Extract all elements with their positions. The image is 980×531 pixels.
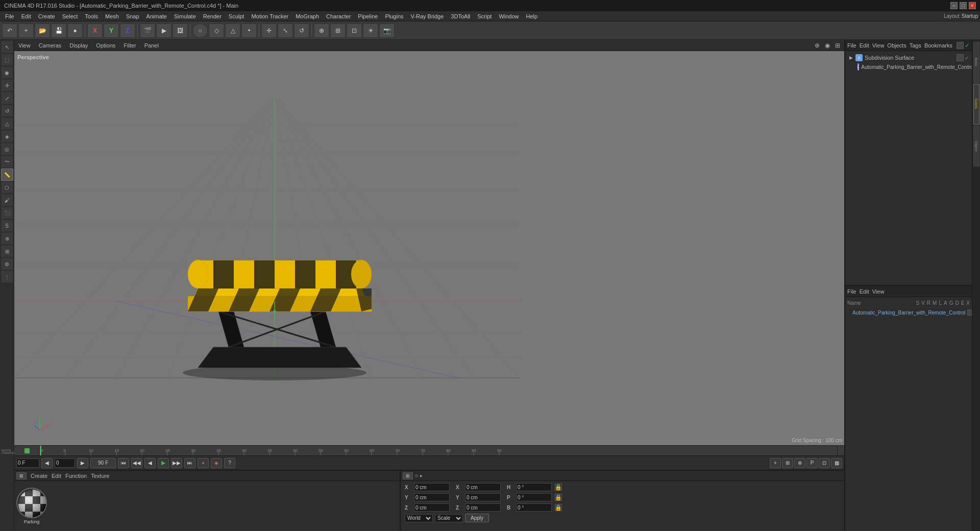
record-btn[interactable]: ● <box>198 458 209 468</box>
vp-icon-maximize[interactable]: ⊞ <box>833 41 842 50</box>
menu-help[interactable]: Help <box>523 12 541 20</box>
obj-menu-file[interactable]: File <box>847 42 856 49</box>
move-tool[interactable]: ✛ <box>261 23 277 38</box>
coord-h[interactable] <box>516 483 552 491</box>
panel-tab-coord[interactable]: Coord. <box>973 84 979 125</box>
lower-menu-edit[interactable]: Edit <box>860 288 869 295</box>
picture-viewer-button[interactable]: 🖼 <box>173 23 188 38</box>
obj-item-subdivision[interactable]: ▶ S Subdivision Surface ✓ <box>847 53 970 62</box>
render-settings-button[interactable]: 🎬 <box>140 23 155 38</box>
panel-tab-object[interactable]: Object <box>973 126 979 166</box>
obj-menu-view[interactable]: View <box>872 42 885 49</box>
goto-end-btn[interactable]: ⏭ <box>184 458 195 468</box>
tool-cursor[interactable]: ↖ <box>1 41 13 53</box>
vp-menu-panel[interactable]: Panel <box>142 42 161 49</box>
menu-mograph[interactable]: MoGraph <box>292 12 322 20</box>
coord-x-pos[interactable] <box>414 483 450 491</box>
mode-x[interactable]: X <box>87 23 103 38</box>
coord-z-lock[interactable]: 🔒 <box>555 504 562 511</box>
menu-motion-tracker[interactable]: Motion Tracker <box>248 12 291 20</box>
del-key-btn[interactable]: ⊞ <box>782 458 793 468</box>
lights-button[interactable]: ☀ <box>363 23 378 38</box>
menu-character[interactable]: Character <box>323 12 354 20</box>
obj-menu-edit[interactable]: Edit <box>860 42 869 49</box>
menu-plugins[interactable]: Plugins <box>382 12 406 20</box>
tool-texture[interactable]: ⬛ <box>1 207 13 219</box>
coord-p[interactable] <box>516 493 552 501</box>
tool-grid[interactable]: ⊞ <box>1 245 13 257</box>
obj-icon-1[interactable] <box>957 42 964 49</box>
object-mode-button[interactable]: ○ <box>192 23 208 38</box>
scale-tool[interactable]: ⤡ <box>278 23 293 38</box>
menu-sculpt[interactable]: Sculpt <box>226 12 248 20</box>
menu-window[interactable]: Window <box>496 12 522 20</box>
key-sel-btn[interactable]: ? <box>224 458 235 468</box>
menu-3dtoall[interactable]: 3DToAll <box>448 12 473 20</box>
lower-menu-file[interactable]: File <box>847 288 856 295</box>
snap-button[interactable]: ⊕ <box>314 23 329 38</box>
tool-move[interactable]: ✛ <box>1 79 13 91</box>
tool-scale[interactable]: ⤢ <box>1 92 13 104</box>
play-back-btn[interactable]: ◀ <box>144 458 156 468</box>
undo-button[interactable]: ↶ <box>2 23 17 38</box>
deformer-button[interactable]: ⊡ <box>347 23 362 38</box>
loop-btn[interactable]: ⊕ <box>794 458 805 468</box>
tool-paint[interactable]: 🖌 <box>1 194 13 206</box>
menu-create[interactable]: Create <box>35 12 58 20</box>
obj-check-icon[interactable]: ✓ <box>965 42 970 49</box>
tool-magnet[interactable]: ◎ <box>1 143 13 155</box>
expand-icon[interactable]: ▶ <box>848 55 853 60</box>
render-button[interactable]: ▶ <box>156 23 172 38</box>
frame-next-btn[interactable]: ▶ <box>77 458 88 468</box>
tool-live-selection[interactable]: ◉ <box>1 66 13 79</box>
tool-subdivide[interactable]: ◈ <box>1 130 13 142</box>
next-keyframe-btn[interactable]: ▶▶ <box>171 458 182 468</box>
current-frame-input[interactable] <box>16 458 39 468</box>
coord-z-pos[interactable] <box>414 503 450 512</box>
coord-y-lock[interactable]: 🔒 <box>555 494 562 501</box>
lower-obj-item[interactable]: Automatic_Parking_Barrier_with_Remote_Co… <box>847 308 970 317</box>
mat-menu-edit[interactable]: Edit <box>52 473 61 479</box>
timeline-ruler[interactable]: 0 5 10 15 20 25 30 35 40 <box>40 446 837 455</box>
coord-x-lock[interactable]: 🔒 <box>555 484 562 491</box>
panel-tab-basic[interactable]: Basic <box>973 42 979 83</box>
edge-mode-button[interactable]: △ <box>225 23 240 38</box>
tool-measure[interactable]: 📏 <box>1 168 13 181</box>
vp-menu-options[interactable]: Options <box>94 42 117 49</box>
mograph-button[interactable]: ⊞ <box>330 23 346 38</box>
menu-select[interactable]: Select <box>59 12 81 20</box>
menu-simulate[interactable]: Simulate <box>171 12 199 20</box>
p-btn[interactable]: P <box>806 458 818 468</box>
camera-button[interactable]: 📷 <box>379 23 395 38</box>
menu-animate[interactable]: Animate <box>143 12 170 20</box>
preview-btn[interactable]: ▦ <box>831 458 842 468</box>
mat-menu-texture[interactable]: Texture <box>91 473 109 479</box>
maximize-button[interactable]: □ <box>960 2 967 9</box>
obj-menu-tags[interactable]: Tags <box>910 42 921 49</box>
lower-menu-view[interactable]: View <box>872 288 885 295</box>
mat-menu-create[interactable]: Create <box>31 473 47 479</box>
menu-script[interactable]: Script <box>474 12 495 20</box>
render-view-button[interactable]: ● <box>67 23 83 38</box>
coord-b[interactable] <box>516 503 552 512</box>
coord-x-rot[interactable] <box>465 483 501 491</box>
mat-panel-btn[interactable]: ⊞ <box>16 472 27 479</box>
goto-start-btn[interactable]: ⏮ <box>118 458 129 468</box>
rotate-tool[interactable]: ↺ <box>294 23 309 38</box>
polygon-mode-button[interactable]: ◇ <box>209 23 224 38</box>
coord-y-rot[interactable] <box>465 493 501 501</box>
material-preview[interactable] <box>16 488 47 518</box>
apply-button[interactable]: Apply <box>465 514 489 522</box>
menu-snap[interactable]: Snap <box>123 12 142 20</box>
add-key-btn[interactable]: + <box>770 458 781 468</box>
vp-icon-display[interactable]: ◉ <box>823 41 832 50</box>
lower-ctrl-1[interactable] <box>967 309 972 316</box>
tool-shader[interactable]: S <box>1 220 13 232</box>
vp-menu-cameras[interactable]: Cameras <box>37 42 64 49</box>
timeline-right-scroll[interactable] <box>837 446 844 455</box>
attr-panel-btn[interactable]: ⊞ <box>403 472 413 479</box>
new-button[interactable]: + <box>18 23 34 38</box>
menu-pipeline[interactable]: Pipeline <box>355 12 381 20</box>
auto-key-btn[interactable]: ◈ <box>211 458 222 468</box>
vp-menu-view[interactable]: View <box>16 42 33 49</box>
